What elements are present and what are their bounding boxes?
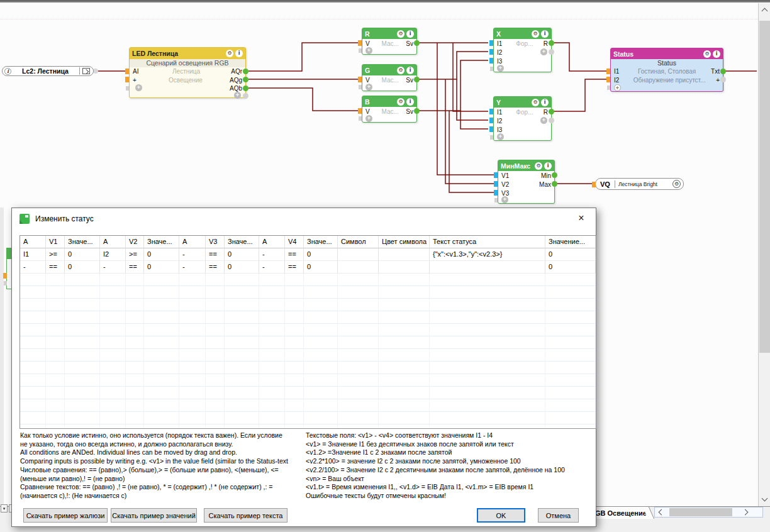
table-cell[interactable] — [144, 374, 179, 387]
table-cell[interactable] — [20, 399, 46, 412]
table-cell[interactable] — [285, 274, 304, 286]
node-status[interactable]: Status⚙i Status I1Гостиная, СтоловаяTxt … — [610, 48, 723, 92]
table-cell[interactable] — [65, 324, 100, 336]
input-port[interactable] — [358, 77, 362, 82]
tab-dropdown-button[interactable]: ▾ — [1, 504, 8, 513]
table-cell[interactable] — [144, 362, 179, 374]
table-cell[interactable] — [46, 274, 65, 286]
add-output-button[interactable]: + — [540, 48, 547, 55]
table-cell[interactable] — [206, 286, 225, 299]
table-cell[interactable] — [259, 424, 285, 429]
table-cell[interactable] — [206, 311, 225, 324]
node-g[interactable]: G⚙i VМас...Sv + — [362, 64, 417, 91]
table-cell[interactable] — [259, 399, 285, 412]
input-port[interactable] — [358, 40, 362, 46]
table-cell[interactable] — [338, 286, 379, 299]
table-cell[interactable] — [100, 311, 126, 324]
gear-icon[interactable]: ⚙ — [226, 50, 233, 57]
table-cell[interactable] — [379, 362, 430, 374]
table-cell[interactable] — [304, 349, 338, 362]
table-cell[interactable] — [259, 311, 285, 324]
input-port[interactable] — [607, 86, 610, 90]
table-cell[interactable]: I1 — [20, 248, 46, 261]
output-port[interactable] — [549, 109, 554, 114]
gear-icon[interactable]: ⚙ — [532, 99, 539, 106]
table-cell[interactable] — [545, 412, 596, 424]
table-cell[interactable] — [100, 349, 126, 362]
table-cell[interactable] — [545, 286, 596, 299]
table-cell[interactable] — [259, 374, 285, 387]
table-cell[interactable] — [379, 286, 430, 299]
table-cell[interactable] — [430, 387, 545, 399]
table-cell[interactable] — [259, 299, 285, 311]
table-cell[interactable] — [206, 299, 225, 311]
table-cell[interactable] — [126, 349, 144, 362]
table-cell[interactable] — [126, 274, 144, 286]
node-lc2-input[interactable]: i Lc2: Лестница — [2, 66, 94, 76]
table-cell[interactable] — [179, 424, 206, 429]
table-cell[interactable] — [20, 387, 46, 399]
table-empty-row[interactable] — [20, 299, 596, 311]
table-cell[interactable] — [65, 311, 100, 324]
table-cell[interactable] — [545, 424, 596, 429]
table-cell[interactable] — [20, 374, 46, 387]
sheet-tab-osveshchenie[interactable]: GB Освещение — [590, 507, 648, 519]
table-cell[interactable] — [285, 286, 304, 299]
cancel-button[interactable]: Отмена — [538, 508, 579, 523]
table-cell[interactable] — [100, 274, 126, 286]
table-cell[interactable] — [126, 374, 144, 387]
table-cell[interactable] — [179, 286, 206, 299]
add-input-button[interactable]: + — [497, 65, 504, 72]
table-cell[interactable] — [126, 311, 144, 324]
input-port[interactable] — [489, 109, 493, 114]
table-cell[interactable] — [46, 412, 65, 424]
table-cell[interactable] — [285, 362, 304, 374]
gear-icon[interactable]: ⚙ — [703, 50, 711, 58]
table-cell[interactable]: - — [259, 261, 285, 274]
table-cell[interactable] — [285, 299, 304, 311]
table-cell[interactable] — [179, 311, 206, 324]
output-port[interactable] — [243, 77, 248, 82]
scroll-right-button[interactable] — [740, 507, 751, 517]
node-led-lestnitsa[interactable]: LED Лестница ⚙ i Сценарий освещения RGB … — [129, 47, 246, 98]
gear-icon[interactable]: ⚙ — [397, 67, 405, 74]
table-cell[interactable] — [379, 424, 430, 429]
table-cell[interactable] — [430, 299, 545, 311]
input-port[interactable] — [359, 85, 362, 89]
table-cell[interactable] — [338, 424, 379, 429]
table-cell[interactable]: >= — [46, 248, 65, 261]
table-cell[interactable] — [338, 324, 379, 336]
table-cell[interactable] — [545, 299, 596, 311]
table-cell[interactable] — [304, 286, 338, 299]
table-cell[interactable]: 0 — [304, 248, 338, 261]
add-input-button[interactable]: + — [365, 115, 372, 122]
table-cell[interactable] — [144, 412, 179, 424]
table-cell[interactable]: == — [206, 261, 225, 274]
table-cell[interactable] — [338, 362, 379, 374]
table-cell[interactable] — [430, 374, 545, 387]
table-cell[interactable] — [206, 324, 225, 336]
table-cell[interactable] — [144, 299, 179, 311]
table-cell[interactable] — [144, 424, 179, 429]
table-cell[interactable] — [46, 424, 65, 429]
output-port[interactable] — [552, 172, 557, 178]
table-cell[interactable]: {"x":<v1.3>,"y":<v2.3>} — [430, 248, 545, 261]
table-cell[interactable] — [100, 387, 126, 399]
output-port[interactable] — [93, 69, 98, 74]
table-cell[interactable] — [65, 336, 100, 349]
table-cell[interactable] — [65, 399, 100, 412]
table-cell[interactable] — [379, 299, 430, 311]
table-cell[interactable] — [545, 274, 596, 286]
table-cell[interactable] — [20, 274, 46, 286]
input-port[interactable] — [494, 190, 498, 196]
table-empty-row[interactable] — [20, 274, 596, 286]
table-cell[interactable] — [206, 349, 225, 362]
table-cell[interactable]: 0 — [144, 261, 179, 274]
table-cell[interactable] — [430, 424, 545, 429]
table-cell[interactable] — [430, 274, 545, 286]
output-port[interactable] — [243, 93, 248, 99]
output-port[interactable] — [414, 108, 420, 114]
info-icon[interactable]: i — [406, 30, 414, 38]
table-cell[interactable] — [100, 286, 126, 299]
table-cell[interactable] — [100, 299, 126, 311]
